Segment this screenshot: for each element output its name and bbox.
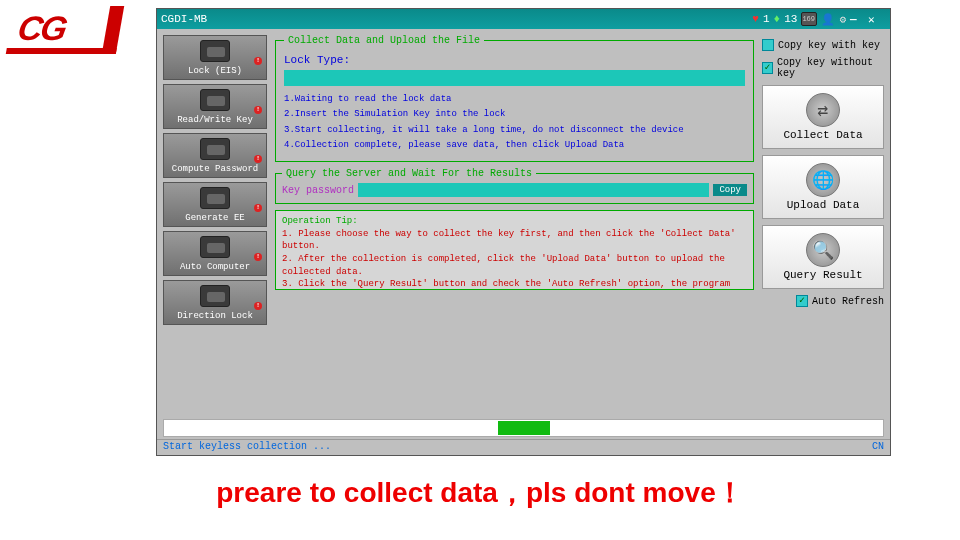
steering-icon: [200, 285, 230, 307]
tip-line-2: 2. After the collection is completed, cl…: [282, 253, 747, 278]
search-icon: 🔍: [806, 233, 840, 267]
status-bar: Start keyless collection ... CN: [157, 439, 890, 455]
option-label: Auto Refresh: [812, 296, 884, 307]
query-panel: Query the Server and Wait For the Result…: [275, 168, 754, 204]
nav-label: Direction Lock: [177, 311, 253, 321]
minimize-button[interactable]: —: [850, 13, 864, 25]
chip-icon[interactable]: 169: [801, 12, 817, 26]
collect-legend: Collect Data and Upload the File: [284, 35, 484, 46]
tip-line-3: 3. Click the 'Query Result' button and c…: [282, 278, 747, 290]
option-label: Copy key with key: [778, 40, 880, 51]
step-1: 1.Waiting to read the lock data: [284, 92, 745, 107]
tip-line-1: 1. Please choose the way to collect the …: [282, 228, 747, 253]
checkbox-checked-icon: ✓: [762, 62, 773, 74]
button-label: Upload Data: [787, 199, 860, 211]
checkbox-icon: [762, 39, 774, 51]
nav-label: Generate EE: [185, 213, 244, 223]
external-caption: preare to collect data，pls dont move！: [0, 474, 960, 512]
copy-without-key-option[interactable]: ✓ Copy key without key: [762, 57, 884, 79]
window-title: CGDI-MB: [161, 13, 752, 25]
user-icon[interactable]: [821, 13, 835, 26]
ee-icon: [200, 187, 230, 209]
lock-type-label: Lock Type:: [284, 54, 745, 66]
step-4: 4.Collection complete, please save data,…: [284, 138, 745, 153]
key-icon: [200, 89, 230, 111]
ecu-icon: [200, 236, 230, 258]
steps-list: 1.Waiting to read the lock data 2.Insert…: [284, 92, 745, 153]
nav-generate-ee[interactable]: !Generate EE: [163, 182, 267, 227]
lang-indicator[interactable]: CN: [872, 441, 884, 454]
nav-label: Lock (EIS): [188, 66, 242, 76]
app-window: CGDI-MB 1 13 169 — ✕ !Lock (EIS) !Read/W…: [156, 8, 891, 456]
tip-header: Operation Tip:: [282, 215, 747, 228]
progress-bar: [163, 419, 884, 437]
key-password-input[interactable]: [358, 183, 709, 197]
heart-icon: [752, 13, 759, 25]
nav-label: Compute Password: [172, 164, 258, 174]
nav-lock-eis[interactable]: !Lock (EIS): [163, 35, 267, 80]
sidebar: !Lock (EIS) !Read/Write Key !Compute Pas…: [163, 35, 267, 413]
progress-fill: [498, 421, 550, 435]
right-panel: Copy key with key ✓ Copy key without key…: [762, 35, 884, 413]
brand-logo: CG: [6, 6, 124, 54]
nav-label: Auto Computer: [180, 262, 250, 272]
status-text: Start keyless collection ...: [163, 441, 331, 454]
diamond-icon: [774, 13, 781, 25]
nav-read-write-key[interactable]: !Read/Write Key: [163, 84, 267, 129]
nav-label: Read/Write Key: [177, 115, 253, 125]
nav-direction-lock[interactable]: !Direction Lock: [163, 280, 267, 325]
copy-with-key-option[interactable]: Copy key with key: [762, 39, 884, 51]
step-2: 2.Insert the Simulation Key into the loc…: [284, 107, 745, 122]
key-password-label: Key password: [282, 185, 354, 196]
query-result-button[interactable]: 🔍 Query Result: [762, 225, 884, 289]
checkbox-checked-icon: ✓: [796, 295, 808, 307]
button-label: Query Result: [783, 269, 862, 281]
collect-icon: ⇄: [806, 93, 840, 127]
lock-icon: [200, 40, 230, 62]
nav-compute-password[interactable]: !Compute Password: [163, 133, 267, 178]
option-label: Copy key without key: [777, 57, 884, 79]
auto-refresh-option[interactable]: ✓ Auto Refresh: [762, 295, 884, 307]
heart-count: 1: [763, 13, 770, 25]
title-bar: CGDI-MB 1 13 169 — ✕: [157, 9, 890, 29]
globe-icon: 🌐: [806, 163, 840, 197]
collect-data-panel: Collect Data and Upload the File Lock Ty…: [275, 35, 754, 162]
step-3: 3.Start collecting, it will take a long …: [284, 123, 745, 138]
collect-data-button[interactable]: ⇄ Collect Data: [762, 85, 884, 149]
chip-device-icon: [200, 138, 230, 160]
settings-icon[interactable]: [839, 13, 846, 26]
close-button[interactable]: ✕: [868, 13, 882, 26]
copy-button[interactable]: Copy: [713, 184, 747, 196]
lock-type-value: [284, 70, 745, 86]
upload-data-button[interactable]: 🌐 Upload Data: [762, 155, 884, 219]
diamond-count: 13: [784, 13, 797, 25]
nav-auto-computer[interactable]: !Auto Computer: [163, 231, 267, 276]
query-legend: Query the Server and Wait For the Result…: [282, 168, 536, 179]
button-label: Collect Data: [783, 129, 862, 141]
operation-tip-box: Operation Tip: 1. Please choose the way …: [275, 210, 754, 290]
